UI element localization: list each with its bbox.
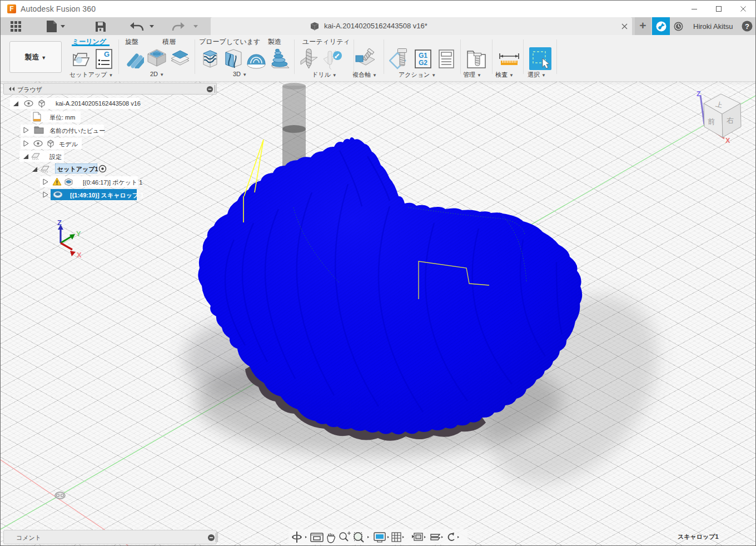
svg-text:G: G [104, 50, 110, 58]
svg-text:G2: G2 [419, 59, 427, 67]
svg-text:?: ? [745, 22, 749, 31]
svg-text:G1: G1 [419, 52, 427, 59]
